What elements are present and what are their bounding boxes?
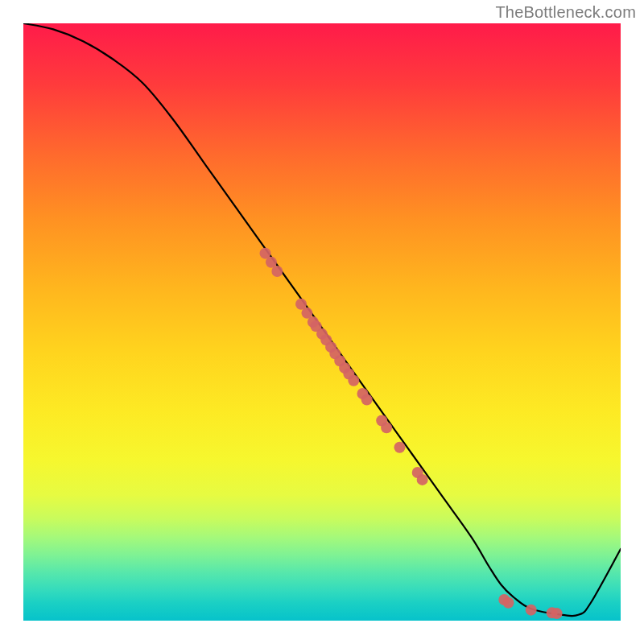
data-marker <box>417 474 428 485</box>
plot-area <box>23 23 621 621</box>
data-marker <box>348 375 359 386</box>
data-marker <box>551 608 563 619</box>
data-marker <box>381 422 392 433</box>
data-marker <box>361 394 373 405</box>
data-marker <box>503 597 514 609</box>
data-marker <box>526 605 537 616</box>
data-markers-group <box>260 248 563 619</box>
attribution-text: TheBottleneck.com <box>495 3 636 22</box>
bottleneck-curve-line <box>23 23 621 616</box>
data-marker <box>271 266 283 277</box>
chart-overlay-svg <box>23 23 621 621</box>
data-marker <box>394 442 405 453</box>
chart-stage: TheBottleneck.com <box>0 0 644 644</box>
